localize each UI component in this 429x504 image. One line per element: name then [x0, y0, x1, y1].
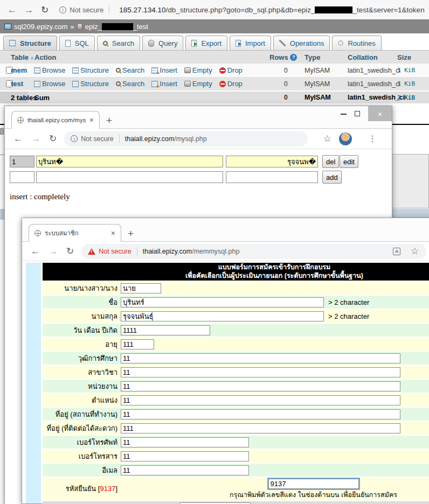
- record-id-field[interactable]: [10, 156, 34, 167]
- structure-link[interactable]: Structure: [72, 80, 109, 88]
- reload-icon[interactable]: [49, 134, 57, 143]
- back-icon[interactable]: [8, 5, 17, 15]
- forward-icon[interactable]: [49, 247, 58, 256]
- empty-link[interactable]: Empty: [184, 66, 212, 74]
- insert-link[interactable]: Insert: [151, 80, 177, 88]
- major-field[interactable]: [121, 367, 400, 377]
- table-name[interactable]: test: [11, 77, 23, 90]
- bookmark-star-icon[interactable]: [411, 247, 419, 256]
- form-row-age: อายุ: [43, 338, 429, 351]
- tab-structure[interactable]: Structure: [3, 36, 57, 50]
- new-surname-field[interactable]: [226, 171, 318, 183]
- email-field[interactable]: [121, 465, 249, 475]
- table-name[interactable]: mem: [11, 64, 27, 77]
- del-button[interactable]: del: [322, 155, 339, 168]
- menu-dots-icon[interactable]: [368, 135, 377, 143]
- tab-search[interactable]: Search: [97, 36, 140, 50]
- col-header-type[interactable]: Type: [305, 51, 320, 64]
- profile-avatar[interactable]: [339, 132, 352, 145]
- server-icon: [4, 24, 11, 30]
- address-bar[interactable]: Not secure thaiall.epizy.com/mysql.php: [64, 131, 308, 146]
- not-secure-label[interactable]: Not secure: [70, 6, 103, 14]
- reload-icon[interactable]: [66, 247, 74, 256]
- new-id-field[interactable]: [10, 171, 34, 183]
- forward-icon[interactable]: [24, 5, 33, 15]
- search-icon: [116, 68, 121, 73]
- not-secure-label: Not secure: [99, 248, 131, 255]
- record-name-field[interactable]: [36, 156, 223, 167]
- structure-link[interactable]: Structure: [72, 66, 109, 74]
- info-icon[interactable]: [71, 135, 78, 142]
- help-icon[interactable]: [290, 54, 297, 61]
- insert-link[interactable]: Insert: [151, 66, 177, 74]
- table-size: 1 KiB: [397, 64, 415, 77]
- drop-link[interactable]: Drop: [219, 80, 243, 88]
- address-bar[interactable]: Not secure thaiall.epizy.com/memmysql.ph…: [81, 244, 426, 259]
- empty-icon: [184, 81, 191, 87]
- contact-address-field[interactable]: [121, 423, 400, 433]
- organization-field[interactable]: [121, 381, 400, 391]
- empty-link[interactable]: Empty: [184, 80, 212, 88]
- browser-tab[interactable]: thaiall.epizy.com/mysql.php: [11, 111, 100, 129]
- table-row: mem Browse Structure Search Insert Empty…: [0, 64, 429, 77]
- title-prefix-field[interactable]: [121, 283, 161, 293]
- age-field[interactable]: [121, 339, 154, 349]
- window-close-button[interactable]: [368, 106, 392, 121]
- drop-icon: [219, 67, 226, 74]
- edit-button[interactable]: edit: [340, 155, 358, 168]
- row-count: 0: [284, 64, 288, 77]
- fax-field[interactable]: [121, 451, 249, 461]
- sort-asc-icon[interactable]: [31, 54, 34, 60]
- work-address-field[interactable]: [121, 409, 400, 419]
- tab-close-icon[interactable]: [89, 116, 94, 124]
- breadcrumb-server[interactable]: sql209.epizy.com: [14, 23, 67, 31]
- info-icon[interactable]: [59, 6, 66, 13]
- firstname-field[interactable]: [121, 297, 324, 307]
- tab-routines[interactable]: Routines: [332, 36, 381, 50]
- redaction-box: [315, 6, 352, 13]
- forward-icon[interactable]: [31, 134, 40, 143]
- browse-link[interactable]: Browse: [34, 80, 65, 88]
- bookmark-star-icon[interactable]: [323, 134, 331, 143]
- phone-field[interactable]: [121, 437, 249, 447]
- warning-triangle-icon: [88, 248, 95, 255]
- browse-link[interactable]: Browse: [34, 66, 65, 74]
- verify-code-field[interactable]: [268, 479, 359, 489]
- col-header-table[interactable]: Table: [11, 51, 33, 64]
- education-field[interactable]: [121, 353, 400, 363]
- import-icon: [236, 40, 241, 47]
- tab-import[interactable]: Import: [230, 36, 271, 50]
- drop-link[interactable]: Drop: [219, 66, 243, 74]
- search-link[interactable]: Search: [116, 80, 144, 88]
- col-header-size[interactable]: Size: [397, 51, 411, 64]
- back-icon[interactable]: [13, 134, 23, 143]
- new-name-field[interactable]: [36, 171, 223, 183]
- reload-icon[interactable]: [41, 5, 49, 15]
- breadcrumb-database[interactable]: epiz__test: [85, 23, 148, 31]
- tab-sql[interactable]: SQL: [59, 36, 95, 50]
- new-tab-icon[interactable]: [106, 115, 112, 125]
- minimize-icon[interactable]: [341, 114, 347, 115]
- search-link[interactable]: Search: [116, 66, 144, 74]
- add-button[interactable]: add: [322, 171, 342, 184]
- form-row-education: วุฒิการศึกษา: [43, 352, 429, 365]
- tab-query[interactable]: Query: [142, 36, 183, 50]
- tab-export[interactable]: Export: [185, 36, 227, 50]
- back-icon[interactable]: [31, 247, 40, 256]
- tab-close-icon[interactable]: [111, 229, 115, 237]
- col-header-collation[interactable]: Collation: [348, 51, 378, 64]
- record-surname-field[interactable]: [226, 156, 318, 167]
- maximize-icon[interactable]: [355, 111, 360, 116]
- lastname-field[interactable]: [121, 311, 324, 321]
- table-sum-row: 2 tables Sum 0 MyISAM latin1_swedish_ci …: [0, 90, 429, 103]
- position-field[interactable]: [121, 395, 400, 405]
- sum-size: 2 KiB: [397, 92, 415, 103]
- tab-operations[interactable]: Operations: [273, 36, 330, 50]
- browser-tab[interactable]: ระบบสมาชิก: [29, 224, 121, 242]
- new-tab-icon[interactable]: [128, 228, 134, 239]
- address-url[interactable]: 185.27.134.10/db_structure.php?goto=db_s…: [119, 6, 425, 14]
- member-browser-window: ระบบสมาชิก Not secure thaiall.epizy.com/…: [22, 218, 429, 504]
- birthdate-field[interactable]: [121, 325, 210, 335]
- structure-icon: [9, 40, 16, 46]
- translate-icon[interactable]: [393, 248, 400, 255]
